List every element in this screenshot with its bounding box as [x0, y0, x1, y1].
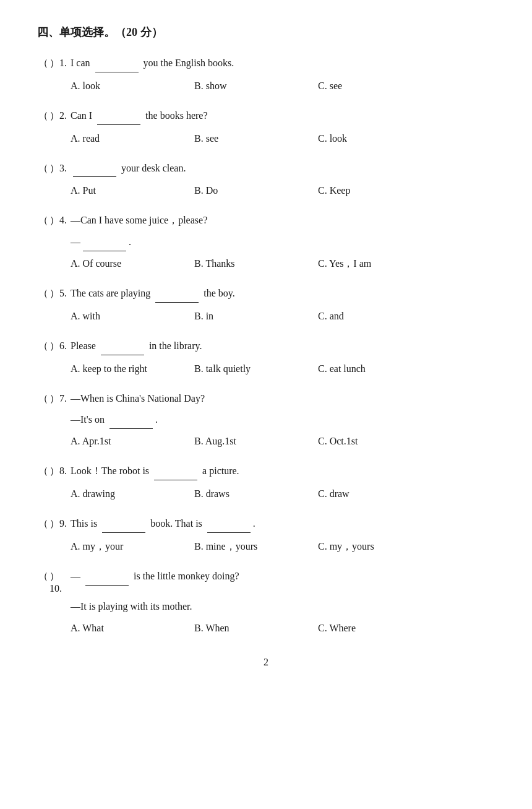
q2-options: A. read B. see C. look — [71, 129, 495, 149]
q7-text: —When is China's National Day? — [71, 390, 495, 408]
q4-sub-blank — [83, 251, 126, 251]
q3-option-c: C. Keep — [318, 181, 417, 201]
paren-q4: （ — [37, 214, 49, 227]
q9-option-a: A. my，your — [71, 537, 194, 556]
q1-options: A. look B. show C. see — [71, 76, 495, 96]
q6-option-c: C. eat lunch — [318, 359, 417, 379]
q10-text: — is the little monkey doing? — [71, 568, 495, 586]
paren-q1: （ — [37, 57, 49, 70]
paren-q10: （ — [37, 570, 49, 583]
q5-text: The cats are playing the boy. — [71, 285, 495, 303]
q2-text: Can I the books here? — [71, 107, 495, 125]
q5-number: ）5. — [49, 287, 71, 300]
q9-option-b: B. mine，yours — [194, 537, 318, 556]
q7-option-a: A. Apr.1st — [71, 431, 194, 451]
q5-option-b: B. in — [194, 306, 318, 326]
q10-options: A. What B. When C. Where — [71, 618, 495, 638]
q2-option-a: A. read — [71, 129, 194, 149]
question-block-q4: （ ）4. —Can I have some juice，please? —. … — [37, 212, 495, 274]
q6-options: A. keep to the right B. talk quietly C. … — [71, 359, 495, 379]
page-number: 2 — [37, 657, 495, 668]
q10-option-b: B. When — [194, 618, 318, 638]
question-block-q1: （ ）1. I can you the English books. A. lo… — [37, 54, 495, 96]
paren-q9: （ — [37, 517, 49, 530]
paren-q8: （ — [37, 465, 49, 478]
q3-number: ）3. — [49, 162, 71, 175]
q4-option-b: B. Thanks — [194, 254, 318, 274]
q4-option-c: C. Yes，I am — [318, 254, 417, 274]
q3-text: your desk clean. — [71, 160, 495, 178]
q5-blank — [155, 302, 199, 303]
q6-option-b: B. talk quietly — [194, 359, 318, 379]
question-block-q5: （ ）5. The cats are playing the boy. A. w… — [37, 285, 495, 326]
q7-number: ）7. — [49, 392, 71, 405]
q8-option-a: A. drawing — [71, 484, 194, 504]
q6-option-a: A. keep to the right — [71, 359, 194, 379]
question-block-q3: （ ）3. your desk clean. A. Put B. Do C. K… — [37, 160, 495, 201]
q8-number: ）8. — [49, 465, 71, 478]
question-block-q2: （ ）2. Can I the books here? A. read B. s… — [37, 107, 495, 149]
q2-option-c: C. look — [318, 129, 417, 149]
question-block-q7: （ ）7. —When is China's National Day? —It… — [37, 390, 495, 452]
q8-text: Look！The robot is a picture. — [71, 462, 495, 480]
paren-q3: （ — [37, 162, 49, 175]
q2-number: ）2. — [49, 110, 71, 123]
q6-blank — [101, 355, 144, 355]
question-block-q10: （ ）10. — is the little monkey doing? —It… — [37, 568, 495, 638]
q1-text: I can you the English books. — [71, 54, 495, 72]
q4-text: —Can I have some juice，please? — [71, 212, 495, 230]
paren-q5: （ — [37, 287, 49, 300]
question-block-q9: （ ）9. This is book. That is . A. my，your… — [37, 515, 495, 556]
q8-blank — [154, 480, 197, 480]
q5-option-a: A. with — [71, 306, 194, 326]
q8-option-b: B. draws — [194, 484, 318, 504]
paren-q7: （ — [37, 392, 49, 405]
q1-option-a: A. look — [71, 76, 194, 96]
q6-text: Please in the library. — [71, 337, 495, 355]
q9-blank2 — [207, 532, 251, 533]
q5-options: A. with B. in C. and — [71, 306, 495, 326]
q8-options: A. drawing B. draws C. draw — [71, 484, 495, 504]
q1-option-c: C. see — [318, 76, 417, 96]
q4-number: ）4. — [49, 214, 71, 227]
q3-option-a: A. Put — [71, 181, 194, 201]
q1-option-b: B. show — [194, 76, 318, 96]
q4-sub-answer: —. — [71, 233, 495, 251]
q1-number: ）1. — [49, 57, 71, 70]
q10-option-a: A. What — [71, 618, 194, 638]
q1-blank — [95, 72, 139, 72]
q9-number: ）9. — [49, 517, 71, 530]
q10-blank — [85, 585, 129, 586]
paren-q2: （ — [37, 110, 49, 123]
q3-options: A. Put B. Do C. Keep — [71, 181, 495, 201]
q3-option-b: B. Do — [194, 181, 318, 201]
paren-q6: （ — [37, 340, 49, 353]
q7-option-c: C. Oct.1st — [318, 431, 417, 451]
q4-option-a: A. Of course — [71, 254, 194, 274]
q9-options: A. my，your B. mine，yours C. my，yours — [71, 537, 495, 556]
q9-text: This is book. That is . — [71, 515, 495, 533]
q4-options: A. Of course B. Thanks C. Yes，I am — [71, 254, 495, 274]
q7-options: A. Apr.1st B. Aug.1st C. Oct.1st — [71, 431, 495, 451]
questions-container: （ ）1. I can you the English books. A. lo… — [37, 54, 495, 638]
q6-number: ）6. — [49, 340, 71, 353]
section-title: 四、单项选择。（20 分） — [37, 25, 495, 40]
question-block-q6: （ ）6. Please in the library. A. keep to … — [37, 337, 495, 379]
q8-option-c: C. draw — [318, 484, 417, 504]
q10-number: ）10. — [49, 570, 71, 594]
q2-blank — [97, 124, 140, 125]
q7-option-b: B. Aug.1st — [194, 431, 318, 451]
q3-blank — [73, 176, 116, 177]
q9-option-c: C. my，yours — [318, 537, 417, 556]
question-block-q8: （ ）8. Look！The robot is a picture. A. dr… — [37, 462, 495, 504]
q10-sub-answer: —It is playing with its mother. — [71, 598, 495, 616]
q9-blank1 — [102, 532, 145, 533]
q7-sub-answer: —It's on . — [71, 411, 495, 429]
q10-option-c: C. Where — [318, 618, 417, 638]
q7-sub-blank — [109, 428, 153, 429]
q5-option-c: C. and — [318, 306, 417, 326]
q2-option-b: B. see — [194, 129, 318, 149]
